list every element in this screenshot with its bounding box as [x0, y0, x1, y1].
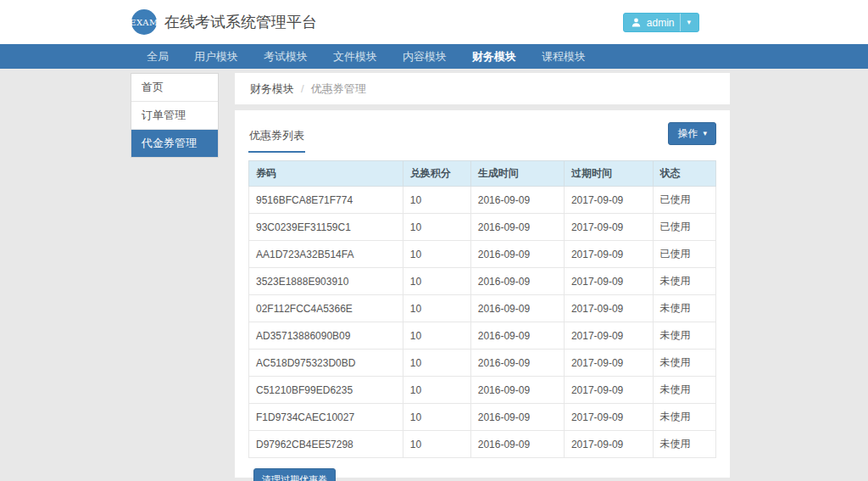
cell-expires: 2017-09-09 [564, 404, 653, 431]
table-row: AC518D975323D0BD102016-09-092017-09-09未使… [249, 350, 716, 377]
top-header: EXAM 在线考试系统管理平台 admin ▾ [0, 0, 868, 44]
nav-item-file-module[interactable]: 文件模块 [320, 44, 390, 69]
table-row: C51210BF99ED6235102016-09-092017-09-09未使… [249, 377, 716, 404]
exam-logo: EXAM [131, 9, 157, 35]
cell-points: 10 [403, 295, 470, 322]
cell-code: F1D9734CAEC10027 [249, 404, 403, 431]
breadcrumb-coupon-management: 优惠券管理 [311, 81, 366, 97]
table-row: 02F112FCC4A5366E102016-09-092017-09-09未使… [249, 295, 716, 322]
user-menu-button[interactable]: admin ▾ [623, 13, 699, 32]
cell-status: 未使用 [653, 350, 715, 377]
cell-status: 未使用 [653, 431, 715, 458]
column-header-code: 券码 [249, 161, 403, 187]
cell-status: 未使用 [653, 322, 715, 350]
user-menu-label: admin [647, 17, 675, 29]
cell-created: 2016-09-09 [470, 431, 564, 458]
cell-created: 2016-09-09 [470, 322, 564, 350]
column-header-created: 生成时间 [470, 161, 564, 187]
table-row: AD35713886090B09102016-09-092017-09-09未使… [249, 322, 716, 350]
cell-points: 10 [403, 322, 470, 350]
nav-item-course-module[interactable]: 课程模块 [529, 44, 598, 69]
table-row: D97962CB4EE57298102016-09-092017-09-09未使… [249, 431, 716, 458]
brand: EXAM 在线考试系统管理平台 [131, 9, 317, 35]
cell-created: 2016-09-09 [470, 268, 564, 295]
cell-expires: 2017-09-09 [564, 350, 653, 377]
column-header-points: 兑换积分 [403, 161, 470, 187]
cell-expires: 2017-09-09 [564, 268, 653, 295]
cell-points: 10 [403, 377, 470, 404]
user-icon [632, 18, 641, 27]
cell-points: 10 [403, 350, 470, 377]
cell-code: AC518D975323D0BD [249, 350, 403, 377]
cell-created: 2016-09-09 [470, 350, 564, 377]
cell-expires: 2017-09-09 [564, 187, 653, 214]
cell-expires: 2017-09-09 [564, 241, 653, 268]
coupon-panel: 优惠券列表 操作 ▾ 券码兑换积分生成时间过期时间状态 9516BFCA8E71… [235, 110, 730, 478]
table-row: AA1D723A32B514FA102016-09-092017-09-09已使… [249, 241, 716, 268]
cell-created: 2016-09-09 [470, 295, 564, 322]
sidebar-item-order-management[interactable]: 订单管理 [131, 102, 218, 130]
cell-status: 未使用 [653, 404, 715, 431]
coupon-table: 券码兑换积分生成时间过期时间状态 9516BFCA8E71F774102016-… [248, 160, 716, 458]
actions-dropdown-label: 操作 [677, 126, 698, 141]
nav-item-global[interactable]: 全局 [134, 44, 181, 69]
cell-code: 9516BFCA8E71F774 [249, 187, 403, 214]
table-header-row: 券码兑换积分生成时间过期时间状态 [249, 161, 716, 187]
cell-status: 未使用 [653, 268, 715, 295]
cell-code: D97962CB4EE57298 [249, 431, 403, 458]
cell-expires: 2017-09-09 [564, 322, 653, 350]
sidebar-item-home[interactable]: 首页 [131, 74, 218, 102]
nav-item-user-module[interactable]: 用户模块 [181, 44, 251, 69]
cell-code: C51210BF99ED6235 [249, 377, 403, 404]
cell-points: 10 [403, 404, 470, 431]
cell-expires: 2017-09-09 [564, 295, 653, 322]
chevron-down-icon: ▾ [703, 130, 707, 137]
cell-code: AD35713886090B09 [249, 322, 403, 350]
cell-points: 10 [403, 431, 470, 458]
column-header-expires: 过期时间 [564, 161, 653, 187]
cell-code: 02F112FCC4A5366E [249, 295, 403, 322]
exam-logo-text: EXAM [130, 18, 159, 27]
cell-status: 未使用 [653, 377, 715, 404]
nav-item-exam-module[interactable]: 考试模块 [251, 44, 320, 69]
cell-status: 已使用 [653, 214, 715, 241]
cell-created: 2016-09-09 [470, 187, 564, 214]
table-row: F1D9734CAEC10027102016-09-092017-09-09未使… [249, 404, 716, 431]
cell-expires: 2017-09-09 [564, 214, 653, 241]
sidebar: 首页订单管理代金券管理 [131, 73, 219, 158]
column-header-status: 状态 [653, 161, 715, 187]
nav-item-finance-module[interactable]: 财务模块 [459, 44, 529, 69]
cell-points: 10 [403, 241, 470, 268]
cell-status: 未使用 [653, 295, 715, 322]
app-title: 在线考试系统管理平台 [164, 12, 317, 32]
cell-code: AA1D723A32B514FA [249, 241, 403, 268]
cell-created: 2016-09-09 [470, 377, 564, 404]
main-navbar: 全局用户模块考试模块文件模块内容模块财务模块课程模块 [0, 44, 868, 69]
cell-code: 3523E1888E903910 [249, 268, 403, 295]
cell-expires: 2017-09-09 [564, 431, 653, 458]
breadcrumb-finance-module[interactable]: 财务模块 [250, 81, 294, 97]
cell-created: 2016-09-09 [470, 214, 564, 241]
chevron-down-icon: ▾ [687, 19, 691, 26]
cell-code: 93C0239EF31159C1 [249, 214, 403, 241]
sidebar-item-voucher-management[interactable]: 代金券管理 [131, 130, 218, 157]
cell-points: 10 [403, 187, 470, 214]
breadcrumb-separator: / [301, 82, 304, 95]
cell-created: 2016-09-09 [470, 241, 564, 268]
cell-points: 10 [403, 268, 470, 295]
cell-points: 10 [403, 214, 470, 241]
cell-created: 2016-09-09 [470, 404, 564, 431]
table-row: 9516BFCA8E71F774102016-09-092017-09-09已使… [249, 187, 716, 214]
cell-expires: 2017-09-09 [564, 377, 653, 404]
table-row: 93C0239EF31159C1102016-09-092017-09-09已使… [249, 214, 716, 241]
tab-coupon-list[interactable]: 优惠券列表 [248, 122, 305, 153]
cell-status: 已使用 [653, 187, 715, 214]
panel-header: 优惠券列表 操作 ▾ [248, 122, 716, 153]
actions-dropdown-button[interactable]: 操作 ▾ [668, 122, 716, 145]
breadcrumb: 财务模块 / 优惠券管理 [235, 73, 730, 104]
nav-item-content-module[interactable]: 内容模块 [390, 44, 459, 69]
cell-status: 已使用 [653, 241, 715, 268]
clean-expired-coupons-button[interactable]: 清理过期优惠券 [253, 468, 336, 481]
table-row: 3523E1888E903910102016-09-092017-09-09未使… [249, 268, 716, 295]
user-menu-divider [680, 14, 681, 31]
